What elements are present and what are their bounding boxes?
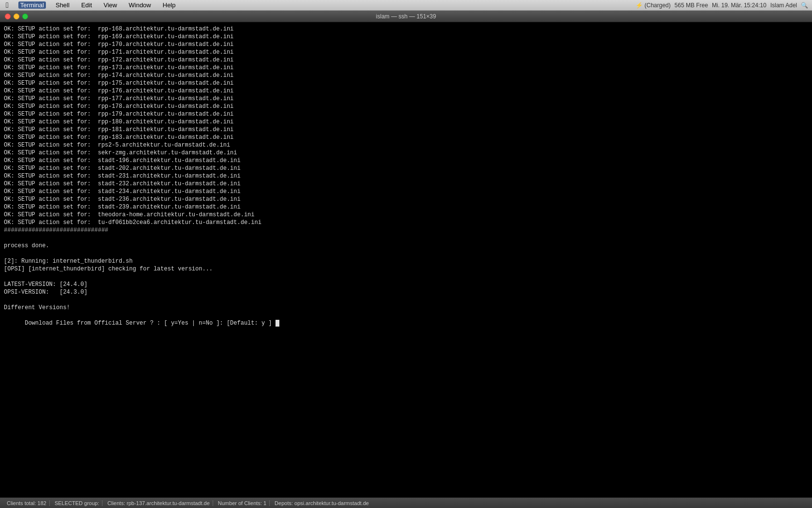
apple-menu[interactable]:  [4, 1, 11, 10]
search-icon[interactable]: 🔍 [801, 2, 808, 9]
memory-free: 565 MB Free [675, 2, 708, 9]
terminal-line-19: OK: SETUP action set for: stadt-231.arch… [4, 172, 808, 180]
blank-line-3 [4, 273, 808, 281]
menubar:  Terminal Shell Edit View Window Help ⚡… [0, 0, 812, 11]
terminal-line-0: OK: SETUP action set for: rpp-168.archit… [4, 25, 808, 33]
terminal-line-3: OK: SETUP action set for: rpp-171.archit… [4, 48, 808, 56]
menu-terminal[interactable]: Terminal [18, 1, 46, 9]
statusbar: Clients total: 182 SELECTED group: Clien… [0, 497, 812, 508]
battery-status: ⚡ (Charged) [636, 2, 670, 9]
terminal-line-21: OK: SETUP action set for: stadt-234.arch… [4, 188, 808, 195]
terminal-line-5: OK: SETUP action set for: rpp-173.archit… [4, 64, 808, 72]
minimize-button[interactable] [14, 14, 19, 19]
number-of-clients: Number of Clients: 1 [215, 500, 270, 506]
terminal-line-22: OK: SETUP action set for: stadt-236.arch… [4, 195, 808, 203]
depots-info: Depots: opsi.architektur.tu-darmstadt.de [272, 500, 372, 506]
terminal-line-16: OK: SETUP action set for: sekr-zmg.archi… [4, 149, 808, 157]
window-title: islam — ssh — 151×39 [376, 13, 436, 20]
terminal-line-18: OK: SETUP action set for: stadt-202.arch… [4, 164, 808, 172]
opsi-version-line: OPSI-VERSION: [24.3.0] [4, 288, 808, 296]
running-line: [2]: Running: internet_thunderbird.sh [4, 257, 808, 265]
username: Islam Adel [770, 2, 797, 9]
terminal-line-25: OK: SETUP action set for: tu-df061bb2cea… [4, 219, 808, 226]
terminal-line-7: OK: SETUP action set for: rpp-175.archit… [4, 79, 808, 87]
terminal-output: OK: SETUP action set for: rpp-168.archit… [4, 25, 808, 226]
terminal-line-14: OK: SETUP action set for: rpp-183.archit… [4, 134, 808, 141]
process-done-line: process done. [4, 242, 808, 250]
terminal-line-8: OK: SETUP action set for: rpp-176.archit… [4, 87, 808, 95]
maximize-button[interactable] [22, 14, 28, 19]
terminal-line-1: OK: SETUP action set for: rpp-169.archit… [4, 33, 808, 41]
terminal-line-12: OK: SETUP action set for: rpp-180.archit… [4, 118, 808, 126]
terminal-line-4: OK: SETUP action set for: rpp-172.archit… [4, 56, 808, 64]
menu-help[interactable]: Help [161, 1, 178, 9]
terminal-line-6: OK: SETUP action set for: rpp-174.archit… [4, 72, 808, 79]
blank-line-2 [4, 250, 808, 257]
different-versions-line: Different Versions! [4, 304, 808, 312]
menu-shell[interactable]: Shell [54, 1, 72, 9]
terminal-window[interactable]: OK: SETUP action set for: rpp-168.archit… [0, 22, 812, 497]
close-button[interactable] [5, 14, 11, 19]
prompt-text: Download Files from Official Server ? : … [18, 320, 276, 327]
latest-version-line: LATEST-VERSION: [24.4.0] [4, 281, 808, 288]
prompt-line[interactable]: Download Files from Official Server ? : … [4, 312, 808, 335]
menu-edit[interactable]: Edit [79, 1, 94, 9]
menubar-right: ⚡ (Charged) 565 MB Free Mi. 19. Mär. 15:… [636, 2, 808, 9]
cursor [276, 320, 279, 327]
opsi-check-line: [OPSI] [internet_thunderbird] checking f… [4, 265, 808, 273]
menu-view[interactable]: View [102, 1, 119, 9]
terminal-line-9: OK: SETUP action set for: rpp-177.archit… [4, 95, 808, 103]
window-controls[interactable] [5, 14, 28, 19]
clients-info: Clients: rpb-137.architektur.tu-darmstad… [104, 500, 213, 506]
titlebar: islam — ssh — 151×39 [0, 11, 812, 22]
blank-line-4 [4, 296, 808, 304]
datetime: Mi. 19. Mär. 15:24:10 [712, 2, 767, 9]
separator-line: ############################## [4, 226, 808, 234]
menu-window[interactable]: Window [127, 1, 153, 9]
terminal-line-11: OK: SETUP action set for: rpp-179.archit… [4, 110, 808, 118]
terminal-line-17: OK: SETUP action set for: stadt-196.arch… [4, 157, 808, 164]
terminal-line-13: OK: SETUP action set for: rpp-181.archit… [4, 126, 808, 134]
terminal-line-2: OK: SETUP action set for: rpp-170.archit… [4, 41, 808, 48]
terminal-line-20: OK: SETUP action set for: stadt-232.arch… [4, 180, 808, 188]
terminal-line-23: OK: SETUP action set for: stadt-239.arch… [4, 203, 808, 211]
clients-total: Clients total: 182 [4, 500, 50, 506]
selected-group: SELECTED group: [52, 500, 102, 506]
terminal-line-24: OK: SETUP action set for: theodora-home.… [4, 211, 808, 219]
blank-line-1 [4, 234, 808, 242]
terminal-line-15: OK: SETUP action set for: rps2-5.archite… [4, 141, 808, 149]
terminal-line-10: OK: SETUP action set for: rpp-178.archit… [4, 103, 808, 110]
